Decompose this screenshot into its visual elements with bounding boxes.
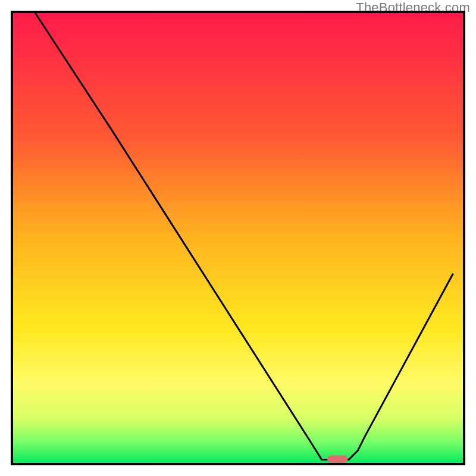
chart-container: TheBottleneck.com [0, 0, 476, 476]
optimal-marker [327, 456, 347, 463]
bottleneck-chart [0, 0, 476, 476]
